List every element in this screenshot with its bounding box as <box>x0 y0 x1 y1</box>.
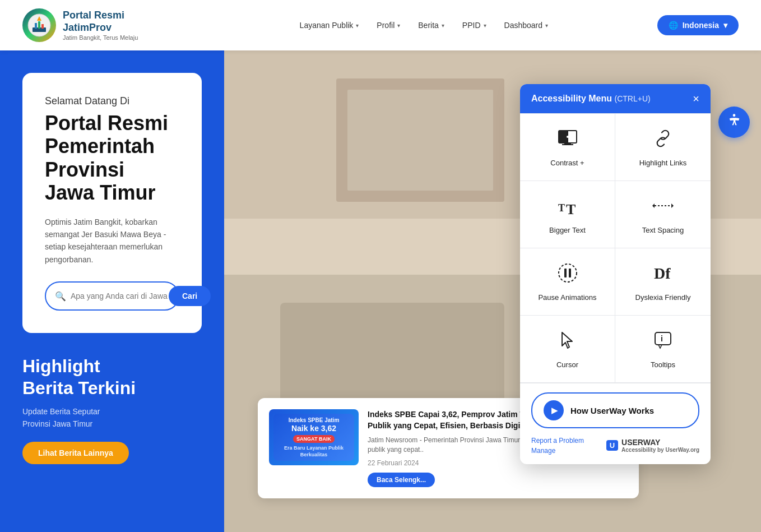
hero-description: Optimis Jatim Bangkit, kobarkan semangat… <box>45 216 179 266</box>
play-icon: ▶ <box>551 406 558 415</box>
bigger-text-icon: T T <box>556 195 579 220</box>
link-icon <box>652 127 674 153</box>
news-section-subtitle: Update Berita SeputarProvinsi Jawa Timur <box>22 405 202 431</box>
how-it-works-button[interactable]: ▶ How UserWay Works <box>531 392 699 428</box>
chevron-down-icon: ▾ <box>545 22 548 29</box>
news-section-wrapper: HighlightBerita Terkini Update Berita Se… <box>0 333 224 464</box>
main-content: Selamat Datang Di Portal Resmi Pemerinta… <box>0 50 761 532</box>
text-spacing-label: Text Spacing <box>642 226 684 234</box>
menu-title: Accessibility Menu <box>531 94 612 103</box>
svg-rect-25 <box>564 269 567 277</box>
text-spacing-icon <box>652 195 674 220</box>
svg-text:i: i <box>661 334 663 343</box>
header: Portal Resmi JatimProv Jatim Bangkit, Te… <box>0 0 761 50</box>
menu-grid: Contrast + Highlight Links <box>520 113 711 383</box>
dyslexia-friendly-menu-item[interactable]: Df Dyslexia Friendly <box>615 248 711 316</box>
nav-profil[interactable]: Profil ▾ <box>377 21 400 30</box>
globe-icon: 🌐 <box>669 21 678 30</box>
footer-left: Report a Problem Manage <box>531 435 584 455</box>
svg-text:T: T <box>566 201 576 217</box>
svg-rect-3 <box>38 21 40 29</box>
search-icon: 🔍 <box>55 291 66 302</box>
chevron-down-icon: ▾ <box>484 22 486 29</box>
report-problem-link[interactable]: Report a Problem <box>531 437 584 445</box>
bigger-text-label: Bigger Text <box>549 226 586 234</box>
svg-point-24 <box>559 264 577 282</box>
svg-marker-28 <box>562 332 572 348</box>
dyslexia-icon: Df <box>652 262 674 288</box>
cursor-label: Cursor <box>556 360 578 369</box>
contrast-label: Contrast + <box>550 159 584 167</box>
svg-rect-4 <box>41 24 44 29</box>
menu-header: Accessibility Menu (CTRL+U) × <box>520 84 711 113</box>
dyslexia-friendly-label: Dyslexia Friendly <box>635 293 691 302</box>
nav-dashboard[interactable]: Dashboard ▾ <box>504 21 549 30</box>
footer-links: Report a Problem Manage U USERWAY Access… <box>531 435 699 455</box>
chevron-down-icon: ▾ <box>723 21 727 30</box>
chevron-down-icon: ▾ <box>397 22 400 29</box>
svg-text:T: T <box>558 202 565 214</box>
search-bar: 🔍 Cari <box>45 281 179 311</box>
chevron-down-icon: ▾ <box>442 22 444 29</box>
view-more-news-button[interactable]: Lihat Berita Lainnya <box>22 442 129 464</box>
read-more-button[interactable]: Baca Selengk... <box>368 473 435 487</box>
chevron-down-icon: ▾ <box>356 22 359 29</box>
tooltips-label: Tooltips <box>651 360 675 369</box>
tooltip-icon: i <box>652 329 674 355</box>
userway-u-logo: U <box>606 440 618 451</box>
pause-animations-menu-item[interactable]: Pause Animations <box>520 248 615 316</box>
news-section-title: HighlightBerita Terkini <box>22 355 202 399</box>
accessibility-fab[interactable] <box>718 107 750 138</box>
search-input[interactable] <box>71 292 169 300</box>
svg-rect-26 <box>569 269 571 277</box>
svg-text:Df: Df <box>654 265 671 282</box>
menu-header-left: Accessibility Menu (CTRL+U) <box>531 94 651 104</box>
menu-close-button[interactable]: × <box>693 93 699 104</box>
tooltips-menu-item[interactable]: i Tooltips <box>615 316 711 383</box>
play-button: ▶ <box>544 400 564 420</box>
hero-title: Portal Resmi Pemerintah Provinsi Jawa Ti… <box>45 112 179 205</box>
main-nav: Layanan Publik ▾ Profil ▾ Berita ▾ PPID … <box>191 21 657 30</box>
hero-welcome: Selamat Datang Di <box>45 95 179 107</box>
how-it-works-label: How UserWay Works <box>570 406 654 415</box>
highlight-links-menu-item[interactable]: Highlight Links <box>615 114 711 181</box>
svg-point-12 <box>733 114 736 117</box>
svg-point-18 <box>567 136 569 138</box>
accessibility-icon <box>726 113 742 132</box>
svg-marker-23 <box>671 203 674 208</box>
svg-rect-15 <box>559 131 568 143</box>
hero-section: Selamat Datang Di Portal Resmi Pemerinta… <box>22 73 202 333</box>
logo-title: Portal Resmi <box>63 10 138 22</box>
manage-link[interactable]: Manage <box>531 447 555 455</box>
cursor-icon <box>556 329 579 355</box>
svg-rect-29 <box>655 332 671 345</box>
userway-branding: U USERWAY Accessibility by UserWay.org <box>606 438 699 453</box>
highlight-links-label: Highlight Links <box>639 159 687 167</box>
svg-rect-2 <box>35 23 37 29</box>
text-spacing-menu-item[interactable]: Text Spacing <box>615 181 711 248</box>
menu-scrollable[interactable]: Contrast + Highlight Links <box>520 113 711 383</box>
nav-layanan-publik[interactable]: Layanan Publik ▾ <box>300 21 359 30</box>
accessibility-menu: Accessibility Menu (CTRL+U) × <box>520 84 711 464</box>
menu-shortcut: (CTRL+U) <box>615 94 651 103</box>
language-button[interactable]: 🌐 Indonesia ▾ <box>657 15 739 35</box>
logo-tagline: Jatim Bangkit, Terus Melaju <box>63 34 138 41</box>
news-thumbnail: Indeks SPBE Jatim Naik ke 3,62 SANGAT BA… <box>269 409 359 465</box>
logo-text-block: Portal Resmi JatimProv Jatim Bangkit, Te… <box>63 10 138 40</box>
pause-animations-label: Pause Animations <box>538 293 596 302</box>
left-column: Selamat Datang Di Portal Resmi Pemerinta… <box>0 50 224 532</box>
logo-emblem <box>22 8 56 42</box>
cursor-menu-item[interactable]: Cursor <box>520 316 615 383</box>
nav-ppid[interactable]: PPID ▾ <box>462 21 486 30</box>
monitor-icon <box>556 127 579 153</box>
bigger-text-menu-item[interactable]: T T Bigger Text <box>520 181 615 248</box>
nav-berita[interactable]: Berita ▾ <box>418 21 444 30</box>
userway-text: USERWAY Accessibility by UserWay.org <box>621 438 699 453</box>
contrast-menu-item[interactable]: Contrast + <box>520 114 615 181</box>
hero-card-wrapper: Selamat Datang Di Portal Resmi Pemerinta… <box>0 50 224 333</box>
menu-footer: ▶ How UserWay Works Report a Problem Man… <box>520 383 711 464</box>
search-button[interactable]: Cari <box>169 286 211 306</box>
logo-line2: JatimProv <box>63 22 138 34</box>
right-area: Indeks SPBE Jatim Naik ke 3,62 SANGAT BA… <box>224 50 761 532</box>
logo-area: Portal Resmi JatimProv Jatim Bangkit, Te… <box>22 8 191 42</box>
